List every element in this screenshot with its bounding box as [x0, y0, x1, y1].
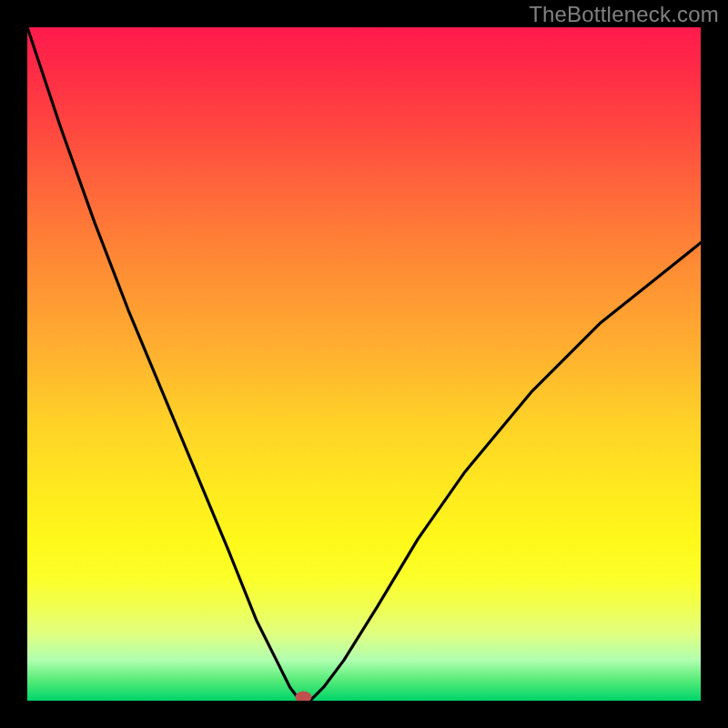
plot-area	[27, 27, 701, 701]
chart-svg	[27, 27, 701, 701]
chart-frame: TheBottleneck.com	[0, 0, 728, 728]
watermark-text: TheBottleneck.com	[529, 2, 719, 27]
bottleneck-curve	[27, 27, 701, 701]
marker-dot	[295, 692, 311, 702]
